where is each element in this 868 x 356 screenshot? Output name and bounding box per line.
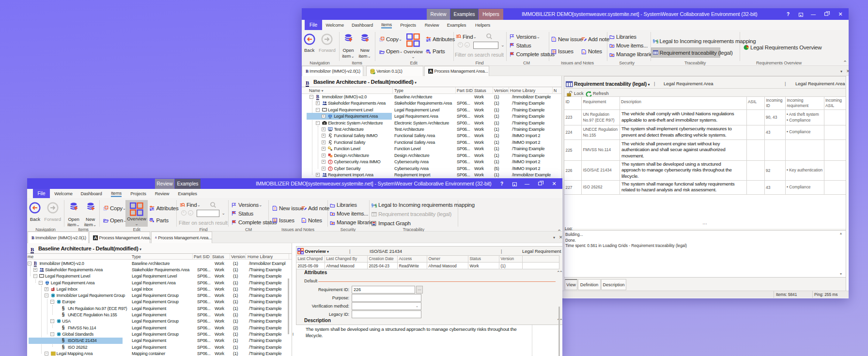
svg-text:§: § (372, 202, 373, 207)
svg-text:§: § (656, 39, 658, 43)
svg-text:§: § (375, 203, 377, 207)
svg-text:§: § (653, 39, 655, 43)
